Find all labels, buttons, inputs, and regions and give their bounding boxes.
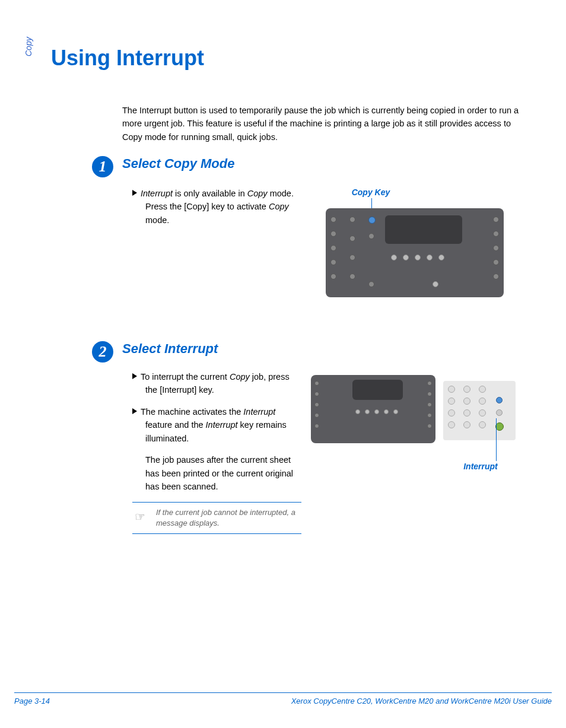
note-box: ☞ If the current job cannot be interrupt… xyxy=(132,502,301,534)
text: The machine activates the xyxy=(141,407,243,417)
panel-button xyxy=(427,255,433,260)
italic-text: Copy xyxy=(247,189,268,198)
panel-button xyxy=(427,424,432,428)
key-3 xyxy=(479,386,486,393)
panel-button xyxy=(427,381,432,386)
step-2-badge: 2 xyxy=(92,341,113,363)
step-1-body: Interrupt is only available in Copy mode… xyxy=(132,187,301,235)
panel-button xyxy=(314,402,319,407)
panel-button xyxy=(493,217,499,222)
key-hash xyxy=(479,421,486,428)
nav-buttons xyxy=(355,409,398,414)
panel-button xyxy=(349,274,355,279)
figure-label-copy-key: Copy Key xyxy=(338,187,403,197)
bullet-icon xyxy=(132,190,137,196)
step-2-body: To interrupt the current Copy job, press… xyxy=(132,370,301,534)
panel-button xyxy=(314,424,319,428)
note-icon: ☞ xyxy=(135,508,145,525)
panel-button xyxy=(330,231,336,237)
nav-buttons xyxy=(391,255,444,260)
panel-button xyxy=(349,217,355,222)
start-button xyxy=(495,422,504,431)
key-4 xyxy=(448,398,455,405)
text: feature and the xyxy=(145,420,206,430)
panel-button xyxy=(391,255,397,260)
text: mode. xyxy=(145,215,169,225)
left-buttons-col xyxy=(330,217,336,279)
step-2-bullet-2: The machine activates the Interrupt feat… xyxy=(132,405,301,445)
text: is only available in xyxy=(173,189,247,198)
step-1-title: Select Copy Mode xyxy=(122,156,234,171)
page-footer: Page 3-14 Xerox CopyCentre C20, WorkCent… xyxy=(14,692,552,705)
lcd-screen xyxy=(352,380,403,400)
step-2-title: Select Interrupt xyxy=(122,341,218,357)
key-9 xyxy=(479,409,486,417)
callout-line xyxy=(496,418,497,461)
guide-title: Xerox CopyCentre C20, WorkCentre M20 and… xyxy=(291,697,552,705)
page-title: Using Interrupt xyxy=(51,46,204,71)
key-1 xyxy=(448,386,455,393)
panel-button xyxy=(427,413,432,418)
control-panel-small-left xyxy=(311,375,435,443)
control-panel-illustration xyxy=(326,208,504,297)
key-star xyxy=(448,421,455,428)
panel-button xyxy=(330,259,336,265)
panel-button xyxy=(374,409,379,414)
italic-text: Interrupt xyxy=(243,407,275,417)
panel-button xyxy=(368,233,374,239)
section-tab: Copy xyxy=(24,37,33,56)
panel-button xyxy=(349,236,355,241)
second-buttons-col xyxy=(349,217,355,279)
page-number: Page 3-14 xyxy=(14,697,50,705)
key-6 xyxy=(479,398,486,405)
panel-button xyxy=(433,281,438,287)
step-1-badge: 1 xyxy=(92,156,113,177)
panel-button xyxy=(314,413,319,418)
interrupt-button-highlighted xyxy=(496,397,503,403)
italic-text: Copy xyxy=(230,372,250,382)
panel-button xyxy=(427,402,432,407)
panel-button xyxy=(384,409,389,414)
bullet-icon xyxy=(132,373,137,379)
panel-button xyxy=(365,409,370,414)
italic-text: Copy xyxy=(269,202,289,211)
key-7 xyxy=(448,409,455,417)
panel-button xyxy=(403,255,409,260)
key-2 xyxy=(463,386,470,393)
step-1-bullet-1: Interrupt is only available in Copy mode… xyxy=(132,187,301,227)
panel-button xyxy=(493,259,499,265)
right-buttons-col xyxy=(493,217,499,279)
note-text: If the current job cannot be interrupted… xyxy=(156,508,295,527)
panel-button xyxy=(493,274,499,279)
panel-button xyxy=(330,217,336,222)
left-buttons xyxy=(314,381,319,428)
panel-button xyxy=(415,255,421,260)
panel-button xyxy=(349,255,355,260)
step-2-plain-para: The job pauses after the current sheet h… xyxy=(132,453,301,493)
panel-button xyxy=(314,381,319,386)
italic-text: Interrupt xyxy=(141,189,173,198)
right-buttons xyxy=(427,381,432,428)
intro-paragraph: The Interrupt button is used to temporar… xyxy=(122,104,532,144)
text: To interrupt the current xyxy=(141,372,230,382)
key-8 xyxy=(463,409,470,417)
copy-button-highlighted xyxy=(368,217,376,224)
number-keys xyxy=(448,386,491,428)
italic-text: Interrupt xyxy=(206,420,238,430)
panel-button xyxy=(314,392,319,396)
panel-button xyxy=(393,409,398,414)
panel-button xyxy=(355,409,360,414)
panel-button xyxy=(330,245,336,251)
keypad-panel xyxy=(443,381,516,440)
panel-button xyxy=(493,231,499,237)
panel-button xyxy=(330,274,336,279)
key-5 xyxy=(463,398,470,405)
panel-button xyxy=(368,281,374,287)
panel-button xyxy=(493,245,499,251)
figure-label-interrupt: Interrupt xyxy=(454,462,507,471)
bullet-icon xyxy=(132,408,137,414)
panel-button xyxy=(438,255,444,260)
panel-button xyxy=(427,392,432,396)
lcd-screen xyxy=(385,215,462,244)
stop-button xyxy=(496,409,503,416)
